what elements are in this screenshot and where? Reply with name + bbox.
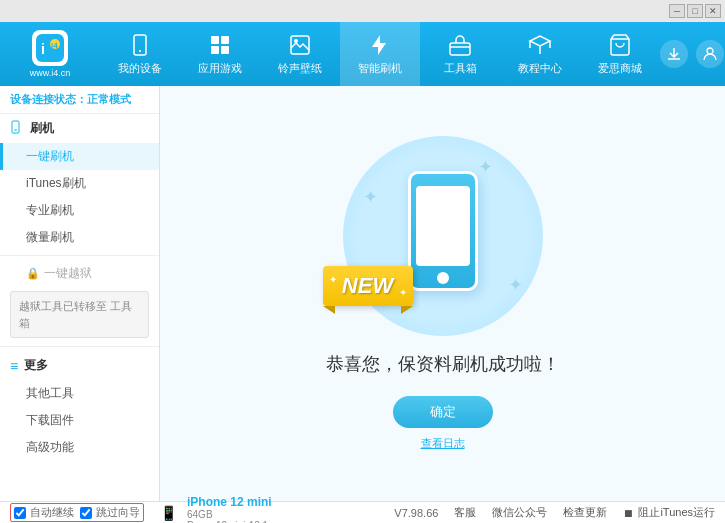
auto-jump-label: 自动继续	[30, 505, 74, 520]
nav-tutorial[interactable]: 教程中心	[500, 22, 580, 86]
nav-toolbox-label: 工具箱	[444, 61, 477, 76]
checkbox-highlight-box: 自动继续 跳过向导	[10, 503, 144, 522]
success-message: 恭喜您，保资料刷机成功啦！	[326, 352, 560, 376]
nav-smart-flash-label: 智能刷机	[358, 61, 402, 76]
maximize-button[interactable]: □	[687, 4, 703, 18]
nav-wallpaper[interactable]: 铃声壁纸	[260, 22, 340, 86]
sidebar: 设备连接状态：正常模式 刷机 一键刷机 iTunes刷机 专业刷机 微量刷机 🔒…	[0, 86, 160, 501]
sidebar-item-save-flash[interactable]: 微量刷机	[0, 224, 159, 251]
svg-text:i4: i4	[51, 41, 58, 50]
titlebar: ─ □ ✕	[0, 0, 725, 22]
nav-shop-label: 爱思商城	[598, 61, 642, 76]
svg-rect-6	[211, 36, 219, 44]
nav-apps[interactable]: 应用游戏	[180, 22, 260, 86]
svg-rect-7	[221, 36, 229, 44]
sparkle-top-left: ✦	[363, 186, 378, 208]
device-model: Down-12mini-13,1	[187, 520, 272, 524]
sidebar-item-advanced[interactable]: 高级功能	[0, 434, 159, 461]
logo-icon: i i4	[32, 30, 68, 66]
ribbon-star-right: ✦	[399, 287, 407, 298]
skip-wizard-checkbox[interactable]	[80, 507, 92, 519]
tutorial-icon	[528, 33, 552, 57]
minimize-button[interactable]: ─	[669, 4, 685, 18]
grayed-item-label: 一键越狱	[44, 265, 92, 282]
nav-bar: 我的设备 应用游戏 铃声壁纸 智能刷机 工具箱	[100, 22, 660, 86]
svg-point-5	[139, 50, 141, 52]
shop-icon	[608, 33, 632, 57]
jailbreak-notice: 越狱工具已转移至 工具箱	[10, 291, 149, 338]
more-section-label: 更多	[24, 357, 48, 374]
svg-rect-16	[12, 121, 19, 133]
skip-wizard-checkbox-group: 跳过向导	[80, 505, 140, 520]
my-device-icon	[128, 33, 152, 57]
ribbon-star-left: ✦	[329, 274, 337, 285]
nav-toolbox[interactable]: 工具箱	[420, 22, 500, 86]
content-area: ✦ ✦ ✦ ✦ NEW ✦ 恭喜您，保资料刷机成功啦！ 确定 查看日志	[160, 86, 725, 501]
stop-itunes-icon: ⏹	[623, 507, 634, 519]
phone-small-icon: 📱	[160, 505, 177, 521]
sidebar-item-download-fw[interactable]: 下载固件	[0, 407, 159, 434]
stop-itunes-label: 阻止iTunes运行	[638, 505, 715, 520]
sidebar-grayed-jailbreak: 🔒 一键越狱	[0, 260, 159, 287]
svg-point-15	[707, 48, 713, 54]
nav-my-device-label: 我的设备	[118, 61, 162, 76]
log-link[interactable]: 查看日志	[421, 436, 465, 451]
skip-wizard-label: 跳过向导	[96, 505, 140, 520]
close-button[interactable]: ✕	[705, 4, 721, 18]
lock-icon: 🔒	[26, 267, 40, 280]
success-illustration: ✦ ✦ ✦ ✦ NEW ✦	[343, 136, 543, 336]
confirm-button[interactable]: 确定	[393, 396, 493, 428]
wallpaper-icon	[288, 33, 312, 57]
more-section-header[interactable]: ≡ 更多	[0, 351, 159, 380]
sidebar-item-other-tools[interactable]: 其他工具	[0, 380, 159, 407]
device-name: iPhone 12 mini	[187, 495, 272, 509]
apps-icon	[208, 33, 232, 57]
nav-apps-label: 应用游戏	[198, 61, 242, 76]
wechat-public-link[interactable]: 微信公众号	[492, 505, 547, 520]
svg-text:i: i	[41, 41, 45, 57]
sparkle-bottom-right: ✦	[508, 274, 523, 296]
flash-section-header[interactable]: 刷机	[0, 114, 159, 143]
logo-subtitle: www.i4.cn	[30, 68, 71, 78]
sidebar-item-pro-flash[interactable]: 专业刷机	[0, 197, 159, 224]
sparkle-top-right: ✦	[478, 156, 493, 178]
more-section-icon: ≡	[10, 358, 18, 374]
header: i i4 www.i4.cn 我的设备 应用游戏 铃声壁纸	[0, 22, 725, 86]
connection-status: 设备连接状态：正常模式	[0, 86, 159, 114]
check-update-link[interactable]: 检查更新	[563, 505, 607, 520]
bottom-bar: 自动继续 跳过向导 📱 iPhone 12 mini 64GB Down-12m…	[0, 501, 725, 523]
phone-screen	[416, 186, 470, 266]
nav-shop[interactable]: 爱思商城	[580, 22, 660, 86]
nav-wallpaper-label: 铃声壁纸	[278, 61, 322, 76]
new-ribbon: ✦ NEW ✦	[323, 266, 433, 316]
customer-service-link[interactable]: 客服	[454, 505, 476, 520]
nav-smart-flash[interactable]: 智能刷机	[340, 22, 420, 86]
nav-tutorial-label: 教程中心	[518, 61, 562, 76]
flash-section-label: 刷机	[30, 120, 54, 137]
sidebar-item-one-click-flash[interactable]: 一键刷机	[0, 143, 159, 170]
nav-right-buttons	[660, 40, 725, 68]
svg-rect-12	[450, 43, 470, 55]
sidebar-divider-1	[0, 255, 159, 256]
bottom-right: V7.98.66 客服 微信公众号 检查更新 ⏹ 阻止iTunes运行	[394, 505, 715, 520]
user-button[interactable]	[696, 40, 724, 68]
device-info-area: 📱 iPhone 12 mini 64GB Down-12mini-13,1	[160, 495, 272, 524]
svg-rect-8	[211, 46, 219, 54]
status-value: 正常模式	[87, 93, 131, 105]
auto-jump-checkbox[interactable]	[14, 507, 26, 519]
sidebar-divider-2	[0, 346, 159, 347]
smart-flash-icon	[368, 33, 392, 57]
download-button[interactable]	[660, 40, 688, 68]
sidebar-item-itunes-flash[interactable]: iTunes刷机	[0, 170, 159, 197]
logo-area: i i4 www.i4.cn	[0, 30, 100, 78]
flash-section-icon	[10, 120, 24, 137]
ribbon-text: NEW	[342, 273, 393, 299]
toolbox-icon	[448, 33, 472, 57]
stop-itunes-button[interactable]: ⏹ 阻止iTunes运行	[623, 505, 715, 520]
auto-jump-checkbox-group: 自动继续	[14, 505, 74, 520]
version-label: V7.98.66	[394, 507, 438, 519]
nav-my-device[interactable]: 我的设备	[100, 22, 180, 86]
svg-rect-9	[221, 46, 229, 54]
main-area: 设备连接状态：正常模式 刷机 一键刷机 iTunes刷机 专业刷机 微量刷机 🔒…	[0, 86, 725, 501]
phone-home-button	[437, 272, 449, 284]
